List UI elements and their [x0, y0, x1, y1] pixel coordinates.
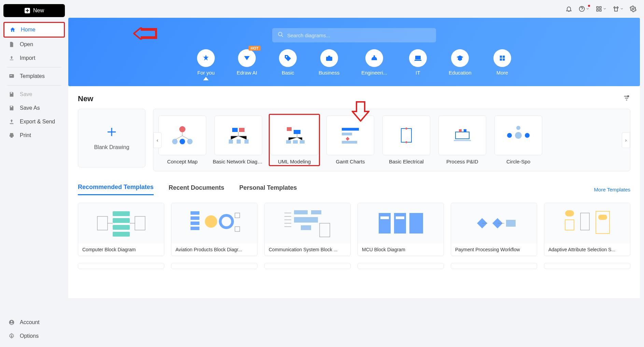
new-button-label: New: [33, 8, 44, 14]
svg-rect-39: [300, 140, 305, 144]
svg-point-29: [187, 139, 193, 144]
search-box[interactable]: [272, 28, 436, 42]
template-thumb: [158, 116, 206, 155]
svg-rect-74: [409, 213, 423, 233]
nav-label: Account: [20, 319, 40, 325]
sidebar-item-export[interactable]: Export & Send: [3, 115, 65, 129]
template-process-pid[interactable]: Process P&ID: [437, 116, 488, 164]
export-icon: [8, 118, 15, 125]
rec-card[interactable]: Aviation Products Block Diagr...: [171, 203, 257, 256]
briefcase-icon: [320, 49, 338, 67]
sidebar-item-open[interactable]: Open: [3, 38, 65, 51]
sidebar-item-import[interactable]: Import: [3, 51, 65, 65]
svg-rect-66: [235, 227, 240, 231]
nav-label: Templates: [20, 73, 45, 79]
category-education[interactable]: Education: [449, 49, 472, 76]
carousel-prev-button[interactable]: ‹: [153, 132, 162, 148]
category-it[interactable]: IT: [409, 49, 427, 76]
nav-label: Import: [20, 55, 35, 61]
rec-thumb: [265, 203, 350, 243]
category-engineering[interactable]: Engineeri...: [361, 49, 387, 76]
category-row: For you HOT Edraw AI Basic Business Engi…: [68, 49, 640, 76]
rec-thumb: [78, 203, 164, 243]
svg-rect-17: [326, 57, 332, 61]
tab-personal[interactable]: Personal Templates: [239, 184, 297, 195]
svg-rect-62: [191, 227, 199, 230]
more-templates-link[interactable]: More Templates: [594, 187, 630, 192]
svg-point-49: [515, 132, 522, 139]
tab-recent[interactable]: Recent Documents: [169, 184, 224, 195]
search-input[interactable]: [287, 32, 431, 38]
rec-card[interactable]: [451, 263, 537, 269]
category-for-you[interactable]: For you: [197, 49, 215, 76]
svg-rect-43: [342, 141, 357, 144]
cat-label: More: [496, 70, 508, 76]
svg-point-52: [516, 126, 520, 130]
rec-card[interactable]: [78, 263, 164, 269]
nav-label: Save: [20, 91, 32, 97]
saveas-icon: [8, 105, 15, 111]
help-icon[interactable]: [578, 5, 589, 12]
nav-primary: Home Open Import: [3, 22, 65, 65]
category-more[interactable]: More: [493, 49, 511, 76]
template-uml-modeling[interactable]: UML Modeling: [269, 114, 320, 166]
tab-recommended[interactable]: Recommended Templates: [78, 184, 154, 195]
blank-drawing-card[interactable]: Blank Drawing: [78, 109, 145, 168]
rec-card[interactable]: Communication System Block ...: [264, 203, 351, 256]
svg-rect-31: [239, 128, 244, 132]
svg-rect-58: [135, 216, 145, 230]
rec-card[interactable]: MCU Block Diagram: [358, 203, 444, 256]
category-business[interactable]: Business: [319, 49, 339, 76]
rec-card[interactable]: [544, 263, 630, 269]
svg-rect-41: [342, 133, 352, 135]
template-label: Process P&ID: [446, 159, 478, 164]
rec-card[interactable]: Adaptive Attribute Selection S...: [544, 203, 630, 256]
svg-rect-12: [597, 10, 598, 11]
svg-rect-67: [294, 210, 308, 214]
template-circle-spoke[interactable]: Circle-Spo: [493, 116, 544, 164]
cap-icon: [451, 49, 469, 67]
template-network-diagram[interactable]: Basic Network Diagra...: [213, 116, 264, 164]
sidebar-item-saveas[interactable]: Save As: [3, 101, 65, 115]
svg-rect-35: [287, 127, 292, 131]
category-edraw-ai[interactable]: HOT Edraw AI: [237, 49, 257, 76]
carousel-next-button[interactable]: ›: [622, 132, 630, 148]
svg-rect-65: [235, 213, 240, 218]
sidebar-item-print[interactable]: Print: [3, 129, 65, 142]
bell-icon[interactable]: [565, 5, 572, 12]
rec-card[interactable]: [264, 263, 351, 269]
shirt-icon[interactable]: [613, 5, 624, 12]
svg-rect-75: [380, 216, 389, 219]
cat-label: Education: [449, 70, 472, 76]
rec-thumb: [171, 203, 257, 243]
cat-label: Engineeri...: [361, 70, 387, 76]
template-concept-map[interactable]: Concept Map: [157, 116, 208, 164]
sidebar-item-options[interactable]: Options: [3, 329, 65, 343]
svg-rect-40: [342, 128, 359, 131]
sidebar-item-templates[interactable]: Templates: [3, 69, 65, 83]
new-button[interactable]: New: [3, 4, 65, 17]
topbar: [68, 0, 644, 18]
rec-thumb: [451, 203, 537, 243]
sidebar-item-home[interactable]: Home: [3, 22, 65, 38]
svg-rect-48: [464, 129, 466, 132]
rec-card[interactable]: Computer Block Diagram: [78, 203, 164, 256]
svg-point-64: [220, 215, 233, 228]
templates-icon: [8, 73, 15, 80]
category-basic[interactable]: Basic: [279, 49, 297, 76]
rec-thumb: [544, 203, 630, 243]
svg-point-50: [507, 133, 512, 138]
settings-icon[interactable]: [630, 5, 636, 12]
account-icon: [8, 319, 15, 326]
apps-icon[interactable]: [596, 5, 606, 12]
plus-icon: [24, 8, 30, 14]
svg-point-63: [205, 215, 217, 228]
rec-card[interactable]: [171, 263, 257, 269]
rec-card[interactable]: Payment Processing Workflow: [451, 203, 537, 256]
filter-icon[interactable]: [623, 94, 630, 103]
svg-rect-77: [506, 220, 516, 227]
sidebar-item-account[interactable]: Account: [3, 316, 65, 329]
rec-card[interactable]: [358, 263, 444, 269]
template-basic-electrical[interactable]: Basic Electrical: [381, 116, 432, 164]
svg-point-25: [628, 96, 629, 97]
